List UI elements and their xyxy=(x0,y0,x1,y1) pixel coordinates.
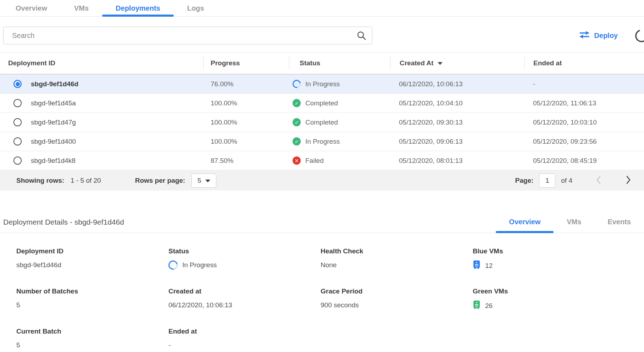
row-radio[interactable] xyxy=(13,156,22,165)
ended-at-cell: 05/12/2020, 10:03:10 xyxy=(524,119,644,126)
deployment-id-cell: sbgd-9ef1d400 xyxy=(31,138,76,145)
table-row[interactable]: sbgd-9ef1d400 100.00% ✓ In Progress 05/1… xyxy=(0,132,644,151)
field-label: Health Check xyxy=(321,247,473,255)
previous-page-button[interactable] xyxy=(593,175,604,186)
column-header-status[interactable]: Status xyxy=(289,53,390,74)
status-cell: Completed xyxy=(305,119,338,126)
status-completed-check-icon: ✓ xyxy=(293,137,301,145)
progress-cell: 100.00% xyxy=(203,119,289,126)
progress-cell: 100.00% xyxy=(203,99,289,107)
created-at-cell: 05/12/2020, 08:01:13 xyxy=(390,157,524,165)
ended-at-cell: 05/12/2020, 08:45:19 xyxy=(524,157,644,165)
showing-rows-label: Showing rows: xyxy=(16,177,64,185)
column-header-ended-at[interactable]: Ended at xyxy=(524,53,644,74)
ended-at-cell: - xyxy=(524,80,644,88)
created-at-cell: 05/12/2020, 10:04:10 xyxy=(390,99,524,107)
search-input[interactable] xyxy=(3,27,372,44)
field-number-of-batches: Number of Batches 5 xyxy=(16,287,168,311)
green-vm-icon xyxy=(473,300,481,311)
field-value: 900 seconds xyxy=(321,300,473,310)
column-header-progress[interactable]: Progress xyxy=(203,53,289,74)
progress-cell: 100.00% xyxy=(203,138,289,145)
field-label: Ended at xyxy=(168,328,321,335)
column-header-created-at[interactable]: Created At xyxy=(390,53,524,74)
field-value: 12 xyxy=(485,262,493,270)
field-label: Status xyxy=(168,247,321,255)
row-radio[interactable] xyxy=(13,137,22,145)
ended-at-cell: 05/12/2020, 11:06:13 xyxy=(524,99,644,107)
table-footer: Showing rows: 1 - 5 of 20 Rows per page:… xyxy=(0,170,644,191)
deployment-id-cell: sbgd-9ef1d45a xyxy=(31,99,76,107)
details-tab-vms[interactable]: VMs xyxy=(554,211,594,233)
field-label: Grace Period xyxy=(321,287,473,295)
field-value: 5 xyxy=(16,300,168,310)
field-value: sbgd-9ef1d46d xyxy=(16,260,168,270)
sort-desc-icon xyxy=(438,62,443,65)
main-tab-bar: Overview VMs Deployments Logs xyxy=(0,0,644,17)
deploy-button[interactable]: Deploy xyxy=(579,31,618,40)
field-grace-period: Grace Period 900 seconds xyxy=(321,287,473,311)
row-radio[interactable] xyxy=(13,118,22,126)
table-row[interactable]: sbgd-9ef1d45a 100.00% ✓ Completed 05/12/… xyxy=(0,94,644,113)
field-value: In Progress xyxy=(182,261,217,269)
deployment-id-cell: sbgd-9ef1d4k8 xyxy=(31,157,76,165)
status-cell: In Progress xyxy=(305,138,340,145)
field-value: - xyxy=(168,340,321,350)
field-health-check: Health Check None xyxy=(321,247,473,271)
column-header-created-at-label: Created At xyxy=(400,59,433,67)
tab-vms[interactable]: VMs xyxy=(61,0,102,16)
field-label: Created at xyxy=(168,287,321,295)
status-completed-check-icon: ✓ xyxy=(293,99,301,107)
chevron-down-icon xyxy=(205,180,210,182)
field-label: Green VMs xyxy=(473,287,625,295)
page-number-input[interactable] xyxy=(539,174,555,188)
rows-per-page-select[interactable]: 5 xyxy=(191,174,216,188)
search-icon[interactable] xyxy=(357,31,366,40)
table-row[interactable]: sbgd-9ef1d46d 76.00% In Progress 06/12/2… xyxy=(0,75,644,94)
ended-at-cell: 05/12/2020, 09:23:56 xyxy=(524,138,644,145)
details-tab-events[interactable]: Events xyxy=(594,211,644,233)
field-status: Status In Progress xyxy=(168,247,321,271)
created-at-cell: 05/12/2020, 09:30:13 xyxy=(390,119,524,126)
deploy-button-label: Deploy xyxy=(594,32,618,40)
page-label: Page: xyxy=(515,177,534,185)
next-page-button[interactable] xyxy=(623,175,634,186)
page-total: of 4 xyxy=(561,177,572,185)
toolbar: Deploy xyxy=(0,27,644,44)
field-blue-vms: Blue VMs 12 xyxy=(473,247,625,271)
status-in-progress-spinner-icon xyxy=(167,259,179,271)
search-box xyxy=(3,27,372,44)
column-header-deployment-id[interactable]: Deployment ID xyxy=(0,53,203,74)
field-label: Number of Batches xyxy=(16,287,168,295)
tab-logs[interactable]: Logs xyxy=(174,0,218,16)
refresh-icon[interactable] xyxy=(634,28,644,43)
field-value: None xyxy=(321,260,473,270)
deployment-id-cell: sbgd-9ef1d46d xyxy=(31,80,78,88)
row-radio-selected[interactable] xyxy=(13,80,22,88)
table-row[interactable]: sbgd-9ef1d4k8 87.50% ✕ Failed 05/12/2020… xyxy=(0,151,644,170)
tab-overview[interactable]: Overview xyxy=(2,0,61,16)
status-cell: Completed xyxy=(305,99,338,107)
rows-per-page-label: Rows per page: xyxy=(135,177,185,185)
field-label: Blue VMs xyxy=(473,247,625,255)
details-tab-overview[interactable]: Overview xyxy=(496,211,554,233)
table-header-row: Deployment ID Progress Status Created At… xyxy=(0,53,644,75)
status-cell: Failed xyxy=(305,157,324,165)
field-green-vms: Green VMs 26 xyxy=(473,287,625,311)
status-completed-check-icon: ✓ xyxy=(293,118,301,126)
field-value: 26 xyxy=(485,302,493,310)
deploy-swap-arrows-icon xyxy=(579,31,590,40)
created-at-cell: 06/12/2020, 10:06:13 xyxy=(390,80,524,88)
field-label: Current Batch xyxy=(16,328,168,335)
blue-vm-icon xyxy=(473,260,481,271)
tab-deployments[interactable]: Deployments xyxy=(102,0,174,16)
deployment-details-header: Deployment Details - sbgd-9ef1d46d Overv… xyxy=(0,211,644,233)
created-at-cell: 05/12/2020, 09:06:13 xyxy=(390,138,524,145)
field-value: 5 xyxy=(16,340,168,350)
status-failed-x-icon: ✕ xyxy=(293,156,301,165)
field-current-batch: Current Batch 5 xyxy=(16,328,168,350)
rows-per-page-value: 5 xyxy=(198,177,201,185)
table-row[interactable]: sbgd-9ef1d47g 100.00% ✓ Completed 05/12/… xyxy=(0,113,644,132)
row-radio[interactable] xyxy=(13,99,22,107)
details-tab-bar: Overview VMs Events xyxy=(496,211,644,233)
